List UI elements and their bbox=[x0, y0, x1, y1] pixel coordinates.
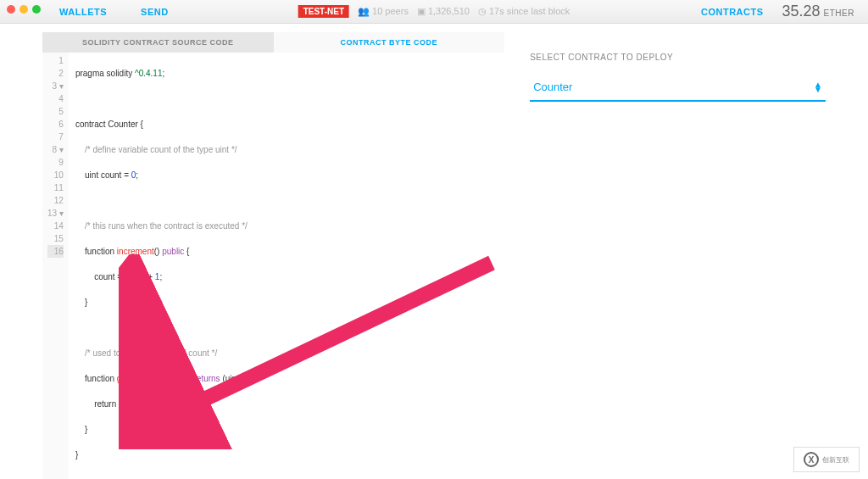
minimize-icon[interactable] bbox=[19, 5, 28, 14]
peers-status: 👥 10 peers bbox=[358, 6, 409, 17]
tab-bytecode[interactable]: CONTRACT BYTE CODE bbox=[274, 32, 505, 53]
line-gutter: 123 ▾45678 ▾910111213 ▾141516 bbox=[42, 53, 69, 479]
nav-wallets[interactable]: WALLETS bbox=[59, 7, 107, 17]
network-badge: TEST-NET bbox=[298, 5, 349, 18]
deploy-label: SELECT CONTRACT TO DEPLOY bbox=[530, 53, 826, 62]
close-icon[interactable] bbox=[7, 5, 15, 14]
maximize-icon[interactable] bbox=[32, 5, 41, 14]
block-status: ▣ 1,326,510 bbox=[417, 6, 470, 17]
chevron-updown-icon: ▲▼ bbox=[814, 82, 822, 92]
tab-source[interactable]: SOLIDITY CONTRACT SOURCE CODE bbox=[42, 32, 274, 53]
brand-badge: X 创新互联 bbox=[793, 447, 860, 472]
time-status: ◷ 17s since last block bbox=[478, 6, 570, 17]
code-tabs: SOLIDITY CONTRACT SOURCE CODE CONTRACT B… bbox=[42, 32, 504, 53]
code-content: pragma solidity ^0.4.11; contract Counte… bbox=[69, 53, 254, 479]
code-editor[interactable]: 123 ▾45678 ▾910111213 ▾141516 pragma sol… bbox=[42, 53, 504, 479]
nav-contracts[interactable]: CONTRACTS bbox=[701, 7, 764, 17]
window-controls bbox=[7, 5, 41, 14]
balance-display: 35.28 ETHER bbox=[782, 3, 854, 20]
nav-send[interactable]: SEND bbox=[141, 7, 169, 17]
top-bar: WALLETS SEND TEST-NET 👥 10 peers ▣ 1,326… bbox=[0, 0, 868, 24]
brand-icon: X bbox=[804, 452, 819, 467]
status-bar: TEST-NET 👥 10 peers ▣ 1,326,510 ◷ 17s si… bbox=[298, 5, 570, 18]
contract-select[interactable]: Counter ▲▼ bbox=[530, 74, 826, 102]
